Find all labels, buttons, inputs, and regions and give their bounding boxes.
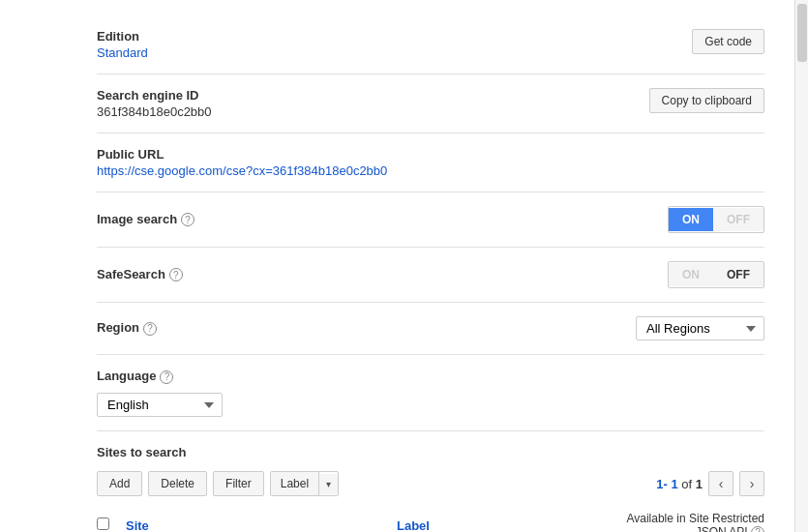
table-right-col2: JSON API ? xyxy=(552,525,764,532)
sites-to-search-label: Sites to search xyxy=(97,445,764,459)
prev-page-button[interactable]: ‹ xyxy=(708,471,733,496)
get-code-button[interactable]: Get code xyxy=(692,29,764,54)
table-right-col: Available in Site Restricted JSON API ? xyxy=(552,512,764,532)
region-label: Region xyxy=(97,320,139,335)
table-site-col: Site xyxy=(126,518,397,532)
select-all-checkbox[interactable] xyxy=(97,517,109,530)
table-header: Site Label Available in Site Restricted … xyxy=(97,506,764,532)
search-engine-id-label: Search engine ID xyxy=(97,88,649,103)
language-help-icon[interactable]: ? xyxy=(160,370,173,384)
safe-search-on[interactable]: ON xyxy=(669,263,713,286)
table-header-checkbox xyxy=(97,517,126,532)
delete-button[interactable]: Delete xyxy=(148,471,207,496)
add-button[interactable]: Add xyxy=(97,471,142,496)
label-btn-text: Label xyxy=(271,472,319,495)
label-dropdown[interactable]: Label ▾ xyxy=(270,471,339,496)
image-search-toggle[interactable]: ON OFF xyxy=(668,206,764,233)
public-url-link[interactable]: https://cse.google.com/cse?cx=361f384b18… xyxy=(97,163,387,178)
edition-value: Standard xyxy=(97,45,692,60)
table-label-col: Label xyxy=(397,518,552,532)
scrollbar[interactable] xyxy=(794,0,808,532)
region-select[interactable]: All Regions United States United Kingdom… xyxy=(636,316,764,340)
table-right-col1: Available in Site Restricted xyxy=(552,512,764,525)
filter-button[interactable]: Filter xyxy=(213,471,264,496)
region-help-icon[interactable]: ? xyxy=(143,322,157,336)
language-select[interactable]: English Arabic Chinese French German Spa… xyxy=(97,393,223,417)
search-engine-id-value: 361f384b18e0c2bb0 xyxy=(97,104,649,119)
image-search-on[interactable]: ON xyxy=(669,208,713,231)
scrollbar-thumb[interactable] xyxy=(797,4,807,62)
language-label: Language xyxy=(97,369,156,383)
label-dropdown-arrow[interactable]: ▾ xyxy=(319,474,338,494)
safe-search-off[interactable]: OFF xyxy=(713,263,763,286)
pagination-range: 1- 1 of 1 xyxy=(656,477,703,491)
copy-to-clipboard-button[interactable]: Copy to clipboard xyxy=(649,88,764,113)
image-search-off[interactable]: OFF xyxy=(713,208,763,231)
edition-label: Edition xyxy=(97,29,692,44)
sites-toolbar: Add Delete Filter Label ▾ 1- 1 of 1 ‹ › xyxy=(97,471,764,496)
json-api-help-icon[interactable]: ? xyxy=(751,526,764,533)
image-search-help-icon[interactable]: ? xyxy=(181,213,195,226)
safe-search-help-icon[interactable]: ? xyxy=(169,268,183,281)
image-search-label: Image search xyxy=(97,212,177,226)
pagination: 1- 1 of 1 ‹ › xyxy=(656,471,764,496)
public-url-label: Public URL xyxy=(97,147,764,162)
safe-search-toggle[interactable]: ON OFF xyxy=(668,261,764,288)
safe-search-label: SafeSearch xyxy=(97,267,165,281)
next-page-button[interactable]: › xyxy=(739,471,764,496)
